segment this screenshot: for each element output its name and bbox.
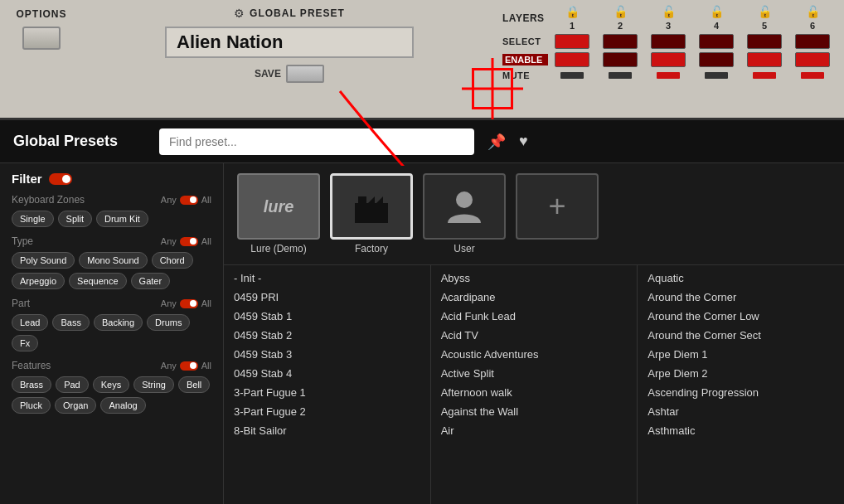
- save-button[interactable]: [286, 65, 324, 83]
- toggle-knob-part: [190, 300, 196, 307]
- category-lure[interactable]: lure Lure (Demo): [237, 173, 320, 254]
- mute-row: MUTE: [502, 70, 837, 80]
- enable-btn-3[interactable]: [644, 52, 692, 67]
- preset-item[interactable]: Acid TV: [431, 326, 638, 345]
- preset-item[interactable]: Acid Funk Lead: [431, 307, 638, 326]
- mute-btn-1[interactable]: [548, 72, 596, 79]
- any-all-toggle-type[interactable]: [180, 237, 198, 246]
- keyboard-zones-label: Keyboard Zones: [12, 194, 161, 206]
- heart-icon[interactable]: ♥: [519, 133, 528, 150]
- tag-bass[interactable]: Bass: [52, 314, 89, 331]
- options-button[interactable]: [22, 27, 61, 50]
- tag-fx[interactable]: Fx: [12, 335, 38, 351]
- preset-item[interactable]: 3-Part Fugue 2: [224, 402, 430, 421]
- tag-lead[interactable]: Lead: [12, 314, 48, 331]
- tag-bell[interactable]: Bell: [178, 376, 210, 393]
- preset-item[interactable]: Afternoon walk: [431, 383, 638, 402]
- mute-btn-6[interactable]: [788, 72, 837, 79]
- toggle-knob: [62, 175, 70, 183]
- preset-item[interactable]: Acoustic Adventures: [431, 345, 638, 364]
- svg-marker-2: [368, 196, 375, 203]
- preset-item[interactable]: Around the Corner: [638, 288, 844, 307]
- enable-btn-6[interactable]: [788, 52, 837, 67]
- pin-icon[interactable]: 📌: [487, 133, 506, 151]
- preset-item[interactable]: Abyss: [431, 269, 638, 288]
- tag-sequence[interactable]: Sequence: [69, 273, 127, 289]
- preset-item[interactable]: Ascending Progression: [638, 383, 844, 402]
- tag-analog[interactable]: Analog: [100, 397, 145, 414]
- preset-item[interactable]: 0459 PRI: [224, 288, 430, 307]
- mute-btn-5[interactable]: [740, 72, 788, 79]
- select-btn-3[interactable]: [644, 34, 692, 49]
- tag-chord[interactable]: Chord: [152, 252, 193, 269]
- any-all-features: Any All: [161, 361, 211, 371]
- select-btn-1[interactable]: [548, 34, 596, 49]
- preset-item[interactable]: Arpe Diem 1: [638, 345, 844, 364]
- tag-keys[interactable]: Keys: [93, 376, 129, 393]
- all-label-kz: All: [201, 195, 211, 205]
- select-btn-2[interactable]: [596, 34, 644, 49]
- category-user[interactable]: User: [423, 173, 506, 254]
- select-row: SELECT: [502, 34, 837, 49]
- any-all-toggle-kz[interactable]: [180, 196, 198, 205]
- preset-item[interactable]: 0459 Stab 3: [224, 345, 430, 364]
- mute-btn-2[interactable]: [596, 72, 644, 79]
- category-row: lure Lure (Demo) Factory: [224, 163, 844, 264]
- tag-single[interactable]: Single: [12, 211, 54, 227]
- select-btn-5[interactable]: [740, 34, 788, 49]
- preset-item[interactable]: Arpe Diem 2: [638, 364, 844, 383]
- tag-string[interactable]: String: [133, 376, 174, 393]
- mute-btn-4[interactable]: [692, 72, 740, 79]
- enable-btn-5[interactable]: [740, 52, 788, 67]
- tag-drums[interactable]: Drums: [147, 314, 190, 331]
- layer-num-2: 2: [618, 21, 623, 31]
- tag-pad[interactable]: Pad: [56, 376, 89, 393]
- layer-num-5: 5: [762, 21, 767, 31]
- tag-drumkit[interactable]: Drum Kit: [96, 211, 148, 227]
- preset-item[interactable]: Asthmatic: [638, 421, 844, 440]
- category-add[interactable]: +: [516, 173, 599, 254]
- tag-pluck[interactable]: Pluck: [12, 397, 51, 414]
- toggle-knob-features: [190, 362, 196, 369]
- preset-item[interactable]: - Init -: [224, 269, 430, 288]
- preset-item[interactable]: Against the Wall: [431, 402, 638, 421]
- preset-item[interactable]: 0459 Stab 1: [224, 307, 430, 326]
- preset-item[interactable]: 8-Bit Sailor: [224, 421, 430, 440]
- tag-organ[interactable]: Organ: [55, 397, 97, 414]
- search-input[interactable]: [159, 128, 474, 155]
- preset-item[interactable]: 3-Part Fugue 1: [224, 383, 430, 402]
- category-factory[interactable]: Factory: [330, 173, 413, 254]
- filter-section-keyboard-zones: Keyboard Zones Any All Single Split Drum…: [12, 194, 211, 227]
- enable-btn-1[interactable]: [548, 52, 596, 67]
- mute-btn-3[interactable]: [644, 72, 692, 79]
- layers-label: LAYERS: [502, 12, 548, 24]
- tag-split[interactable]: Split: [58, 211, 92, 227]
- enable-btn-4[interactable]: [692, 52, 740, 67]
- preset-item[interactable]: Air: [431, 421, 638, 440]
- tag-mono-sound[interactable]: Mono Sound: [79, 252, 147, 269]
- any-all-toggle-features[interactable]: [180, 361, 198, 371]
- filter-row: Filter: [12, 172, 211, 186]
- tag-arpeggio[interactable]: Arpeggio: [12, 273, 65, 289]
- any-all-toggle-part[interactable]: [180, 299, 198, 308]
- preset-item[interactable]: Active Split: [431, 364, 638, 383]
- any-label-kz: Any: [161, 195, 177, 205]
- select-btn-4[interactable]: [692, 34, 740, 49]
- preset-item[interactable]: Around the Corner Sect: [638, 326, 844, 345]
- tag-poly-sound[interactable]: Poly Sound: [12, 252, 75, 269]
- any-label-type: Any: [161, 236, 177, 246]
- options-label: OPTIONS: [16, 8, 66, 20]
- tag-brass[interactable]: Brass: [12, 376, 51, 393]
- preset-item[interactable]: 0459 Stab 4: [224, 364, 430, 383]
- filter-toggle[interactable]: [49, 173, 72, 185]
- tag-gater[interactable]: Gater: [131, 273, 171, 289]
- preset-item[interactable]: Ashtar: [638, 402, 844, 421]
- preset-item[interactable]: 0459 Stab 2: [224, 326, 430, 345]
- preset-item[interactable]: Acardipane: [431, 288, 638, 307]
- tag-backing[interactable]: Backing: [94, 314, 143, 331]
- lock-icon-5: 🔓: [758, 5, 772, 18]
- enable-btn-2[interactable]: [596, 52, 644, 67]
- preset-item[interactable]: Around the Corner Low: [638, 307, 844, 326]
- select-btn-6[interactable]: [788, 34, 837, 49]
- preset-item[interactable]: Aquatic: [638, 269, 844, 288]
